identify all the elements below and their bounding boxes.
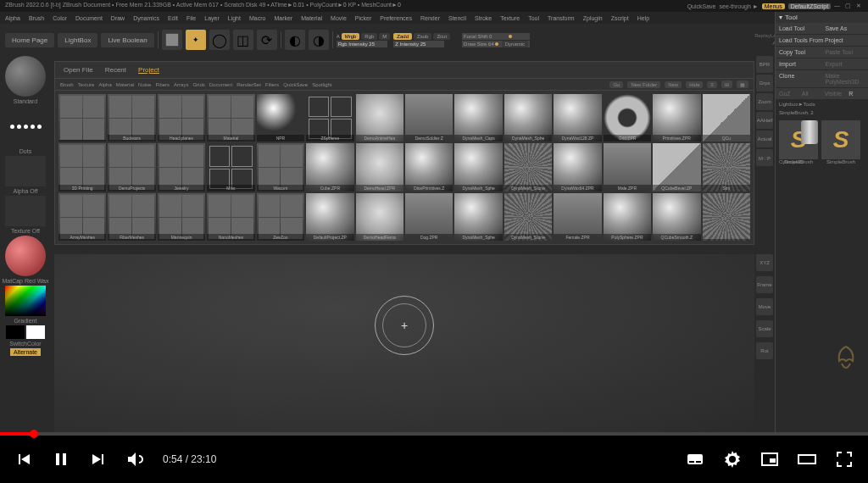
- browser-item[interactable]: ArrayMeshes: [58, 193, 106, 241]
- menus-pill[interactable]: Menus: [762, 3, 785, 9]
- browser-item[interactable]: DynaMesh_Sphe: [454, 143, 502, 191]
- goz-button[interactable]: GoZ: [776, 88, 798, 100]
- visible-button[interactable]: Visible: [821, 88, 846, 100]
- browser-item[interactable]: DemoSoldier.Z: [405, 94, 453, 142]
- next-button[interactable]: [88, 449, 108, 469]
- browser-item[interactable]: Misc: [207, 143, 254, 191]
- browser-item[interactable]: Booleans: [108, 94, 155, 142]
- menu-help[interactable]: Help: [637, 15, 649, 21]
- menu-alpha[interactable]: Alpha: [5, 15, 20, 21]
- filter-renderset[interactable]: RenderSet: [236, 82, 261, 87]
- r-button[interactable]: R: [845, 88, 868, 100]
- browser-item[interactable]: Jewelry: [158, 143, 205, 191]
- filter-material[interactable]: Material: [116, 82, 134, 87]
- rgb-button[interactable]: Rgb: [361, 33, 377, 40]
- tool-header[interactable]: ▾ Tool: [776, 12, 868, 23]
- browser-item[interactable]: DynaMesh_Stone: [504, 143, 552, 191]
- tab-recent[interactable]: Recent: [102, 64, 130, 75]
- browser-item[interactable]: [58, 94, 106, 142]
- prev-button[interactable]: [14, 449, 34, 469]
- copy-tool-button[interactable]: Copy Tool: [776, 47, 822, 58]
- liveboolean-button[interactable]: Live Boolean: [101, 33, 153, 47]
- edit-icon[interactable]: [162, 30, 182, 50]
- lightbox-button[interactable]: LightBox: [58, 33, 97, 47]
- menu-stroke[interactable]: Stroke: [475, 15, 492, 21]
- nav-scale-icon[interactable]: Scale: [756, 320, 773, 337]
- zcut-button[interactable]: Zcut: [433, 33, 450, 40]
- color-picker[interactable]: [5, 286, 46, 316]
- menu-document[interactable]: Document: [75, 15, 103, 21]
- draw-size-slider[interactable]: Draw Size 64Dynamic: [462, 41, 530, 47]
- filter-brush[interactable]: Brush: [60, 82, 74, 87]
- browser-item[interactable]: Wacom: [257, 143, 304, 191]
- filter-quicksave[interactable]: QuickSave: [283, 82, 308, 87]
- fullscreen-button[interactable]: [834, 449, 854, 469]
- scale-icon[interactable]: ◫: [233, 30, 253, 50]
- move-icon[interactable]: ◯: [209, 30, 230, 50]
- gizmo-icon[interactable]: ◐: [285, 30, 305, 50]
- browser-item[interactable]: Grid.ZPR: [604, 94, 651, 142]
- load-project-button[interactable]: Load Tools From Project: [776, 35, 868, 47]
- menu-tool[interactable]: Tool: [528, 15, 539, 21]
- browser-item[interactable]: DemoProjects: [108, 143, 155, 191]
- z-intensity-slider[interactable]: Z Intensity 25: [393, 41, 444, 47]
- browser-item[interactable]: Male.ZPR: [604, 143, 651, 191]
- volume-button[interactable]: [125, 449, 146, 469]
- menu-render[interactable]: Render: [420, 15, 440, 21]
- browser-item[interactable]: Head planes: [158, 94, 205, 142]
- win-controls[interactable]: — ▢ ✕: [834, 3, 863, 9]
- filter-fibers[interactable]: Fibers: [155, 82, 170, 87]
- menu-picker[interactable]: Picker: [355, 15, 371, 21]
- menu-light[interactable]: Light: [228, 15, 241, 21]
- zadd-button[interactable]: Zadd: [393, 33, 412, 40]
- browser-item[interactable]: FiberMeshes: [108, 193, 155, 241]
- pause-button[interactable]: [51, 449, 71, 469]
- browser-item[interactable]: 3D Printing: [58, 143, 106, 191]
- shelf-grps-icon[interactable]: Grps: [756, 75, 773, 92]
- focal-shift-slider[interactable]: Focal Shift 0: [462, 33, 530, 40]
- video-progress[interactable]: [0, 432, 868, 436]
- nav-frame-icon[interactable]: Frame: [756, 276, 773, 293]
- captions-button[interactable]: [685, 449, 705, 469]
- browser-item[interactable]: ZSpheres: [306, 94, 353, 142]
- rotate-icon[interactable]: ⟳: [257, 30, 277, 50]
- menu-texture[interactable]: Texture: [500, 15, 520, 21]
- browser-item[interactable]: DynaMesh_Sphe: [454, 193, 502, 241]
- menu-brush[interactable]: Brush: [29, 15, 44, 21]
- nav-move-icon[interactable]: Move: [756, 298, 773, 315]
- filter-noise[interactable]: Noise: [138, 82, 151, 87]
- view-mode-icon[interactable]: ▦: [737, 80, 748, 88]
- draw-icon[interactable]: ✦: [186, 30, 206, 50]
- tool-breadcrumb-1[interactable]: Lightbox►Tools: [776, 100, 868, 108]
- browser-item[interactable]: DynaMesh_Caps: [454, 94, 502, 142]
- tool-thumb-1[interactable]: SCylinder3DSimpleBrush: [779, 120, 818, 164]
- filter-grids[interactable]: Grids: [192, 82, 204, 87]
- home-button[interactable]: Home Page: [5, 33, 54, 47]
- menu-color[interactable]: Color: [53, 15, 67, 21]
- browser-item[interactable]: Female.ZPR: [554, 193, 601, 241]
- tool-thumb-2[interactable]: SSimpleBrush: [821, 120, 860, 164]
- browser-item[interactable]: Dog.ZPR: [405, 193, 453, 241]
- settings-button[interactable]: [722, 449, 743, 469]
- load-tool-button[interactable]: Load Tool: [776, 23, 822, 35]
- menu-preferences[interactable]: Preferences: [380, 15, 412, 21]
- menu-stencil[interactable]: Stencil: [448, 15, 466, 21]
- browser-item[interactable]: NPR: [257, 94, 304, 142]
- texture-thumb[interactable]: [5, 196, 46, 226]
- menu-movie[interactable]: Movie: [331, 15, 347, 21]
- browser-item[interactable]: QCu: [703, 94, 750, 142]
- browser-item[interactable]: DefaultProject.ZP: [306, 193, 353, 241]
- browser-item[interactable]: Primitives.ZPR: [653, 94, 700, 142]
- browser-item[interactable]: DicePrimitives.Z: [405, 143, 453, 191]
- import-button[interactable]: Import: [776, 58, 822, 70]
- browser-item[interactable]: DynaWax128.ZP: [554, 94, 601, 142]
- zsub-button[interactable]: Zsub: [414, 33, 431, 40]
- browser-item[interactable]: Cube.ZPR: [306, 143, 353, 191]
- mrgb-button[interactable]: Mrgb: [342, 33, 360, 40]
- browser-item[interactable]: Mannequin: [158, 193, 205, 241]
- tool-breadcrumb-2[interactable]: SimpleBrush. 2: [776, 108, 868, 117]
- browser-item[interactable]: DemoHead.ZPR: [356, 143, 403, 191]
- menu-marker[interactable]: Marker: [274, 15, 292, 21]
- switchcolor-label[interactable]: SwitchColor: [9, 341, 41, 347]
- seethrough-label[interactable]: see-through ►: [720, 3, 759, 9]
